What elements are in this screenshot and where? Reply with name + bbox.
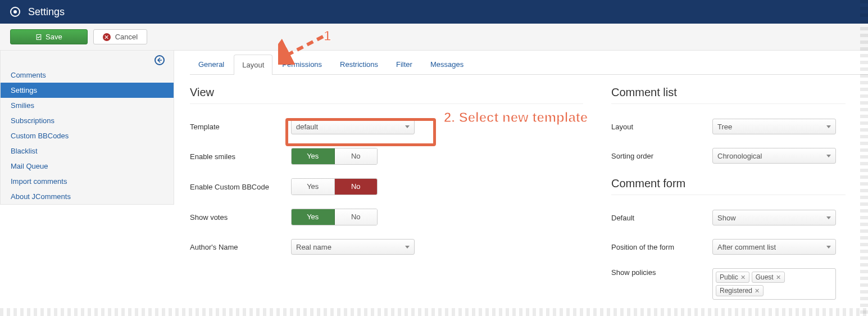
sidebar-back-row bbox=[1, 51, 174, 67]
enable-bbcode-toggle[interactable]: Yes No bbox=[291, 178, 378, 195]
page-title: Settings bbox=[28, 6, 65, 18]
enable-smiles-no[interactable]: No bbox=[335, 148, 378, 164]
show-policies-tagbox[interactable]: Public✕ Guest✕ Registered✕ bbox=[712, 268, 836, 300]
policy-tag-public[interactable]: Public✕ bbox=[716, 272, 749, 283]
check-icon bbox=[35, 34, 42, 40]
template-select[interactable]: default bbox=[291, 119, 415, 134]
template-label: Template bbox=[190, 123, 291, 131]
enable-bbcode-label: Enable Custom BBCode bbox=[190, 183, 291, 191]
tab-messages[interactable]: Messages bbox=[422, 54, 472, 74]
show-votes-yes[interactable]: Yes bbox=[292, 209, 335, 225]
show-votes-no[interactable]: No bbox=[335, 209, 378, 225]
default-label: Default bbox=[611, 214, 712, 222]
app-header: Settings bbox=[0, 0, 868, 24]
chevron-down-icon bbox=[405, 125, 410, 128]
author-name-label: Author's Name bbox=[190, 243, 291, 251]
sorting-label: Sorting order bbox=[611, 152, 712, 160]
close-icon[interactable]: ✕ bbox=[755, 287, 760, 295]
position-select[interactable]: After comment list bbox=[712, 239, 836, 255]
cancel-button-label: Cancel bbox=[115, 33, 138, 41]
sidebar-item-blacklist[interactable]: Blacklist bbox=[1, 143, 174, 159]
policy-tag-registered[interactable]: Registered✕ bbox=[716, 285, 764, 296]
section-comment-form-title: Comment form bbox=[611, 177, 846, 195]
author-name-value: Real name bbox=[296, 243, 331, 251]
sorting-select[interactable]: Chronological bbox=[712, 148, 836, 164]
save-button[interactable]: Save bbox=[10, 29, 88, 44]
sidebar-item-mail-queue[interactable]: Mail Queue bbox=[1, 159, 174, 174]
cancel-button[interactable]: ✕ Cancel bbox=[93, 29, 147, 44]
position-label: Position of the form bbox=[611, 243, 712, 251]
enable-smiles-yes[interactable]: Yes bbox=[292, 148, 335, 164]
show-policies-label: Show policies bbox=[611, 268, 712, 277]
enable-smiles-toggle[interactable]: Yes No bbox=[291, 148, 378, 165]
tabs: General Layout Permissions Restrictions … bbox=[190, 54, 868, 75]
target-icon bbox=[10, 7, 20, 17]
sidebar-list: Comments Settings Smilies Subscriptions … bbox=[1, 67, 174, 204]
layout-select[interactable]: Tree bbox=[712, 119, 836, 134]
default-select-value: Show bbox=[717, 214, 736, 222]
sidebar-item-custom-bbcodes[interactable]: Custom BBCodes bbox=[1, 128, 174, 143]
sidebar: Comments Settings Smilies Subscriptions … bbox=[0, 51, 174, 205]
toolbar: Save ✕ Cancel bbox=[0, 24, 868, 51]
sidebar-item-about[interactable]: About JComments bbox=[1, 189, 174, 204]
sorting-select-value: Chronological bbox=[717, 152, 762, 160]
author-name-select[interactable]: Real name bbox=[291, 239, 415, 255]
section-view-title: View bbox=[190, 86, 583, 104]
close-icon[interactable]: ✕ bbox=[740, 274, 746, 281]
policy-tag-guest[interactable]: Guest✕ bbox=[752, 272, 785, 283]
chevron-down-icon bbox=[826, 246, 831, 249]
show-votes-label: Show votes bbox=[190, 213, 291, 222]
default-select[interactable]: Show bbox=[712, 210, 836, 225]
show-votes-toggle[interactable]: Yes No bbox=[291, 209, 378, 225]
sidebar-item-settings[interactable]: Settings bbox=[1, 83, 174, 98]
sidebar-item-subscriptions[interactable]: Subscriptions bbox=[1, 113, 174, 128]
layout-select-value: Tree bbox=[717, 123, 732, 131]
chevron-down-icon bbox=[826, 155, 831, 157]
back-icon[interactable] bbox=[154, 55, 165, 65]
chevron-down-icon bbox=[826, 125, 831, 128]
content: General Layout Permissions Restrictions … bbox=[174, 51, 868, 316]
chevron-down-icon bbox=[405, 246, 410, 249]
enable-bbcode-no[interactable]: No bbox=[335, 179, 378, 195]
tab-permissions[interactable]: Permissions bbox=[274, 54, 330, 74]
save-button-label: Save bbox=[46, 33, 62, 41]
enable-bbcode-yes[interactable]: Yes bbox=[292, 179, 335, 195]
template-select-value: default bbox=[296, 123, 318, 131]
tab-layout[interactable]: Layout bbox=[234, 55, 272, 75]
sidebar-item-import-comments[interactable]: Import comments bbox=[1, 174, 174, 189]
position-select-value: After comment list bbox=[717, 243, 776, 251]
layout-label: Layout bbox=[611, 123, 712, 131]
cancel-icon: ✕ bbox=[103, 33, 111, 41]
tab-restrictions[interactable]: Restrictions bbox=[331, 54, 387, 74]
section-comment-list-title: Comment list bbox=[611, 86, 846, 104]
tab-general[interactable]: General bbox=[190, 54, 233, 74]
close-icon[interactable]: ✕ bbox=[776, 274, 781, 281]
sidebar-item-comments[interactable]: Comments bbox=[1, 67, 174, 83]
enable-smiles-label: Enable smiles bbox=[190, 152, 291, 161]
chevron-down-icon bbox=[826, 216, 831, 219]
sidebar-item-smilies[interactable]: Smilies bbox=[1, 98, 174, 113]
tab-filter[interactable]: Filter bbox=[388, 54, 421, 74]
